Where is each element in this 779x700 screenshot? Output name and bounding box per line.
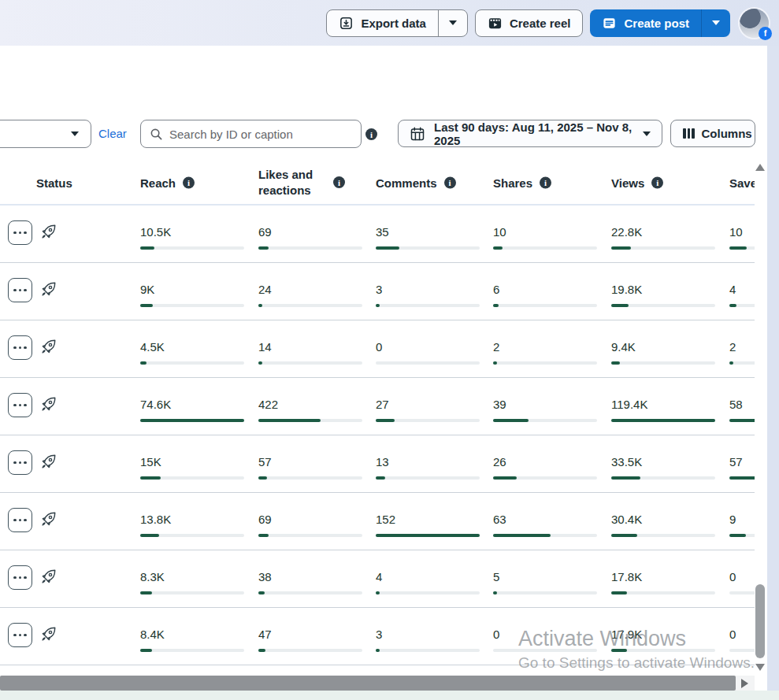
metric-value: 10	[493, 225, 597, 239]
boost-rocket-icon[interactable]	[39, 395, 57, 413]
metric-cell: 119.4K	[611, 398, 715, 422]
vertical-scroll-down-button[interactable]	[755, 664, 765, 671]
column-label: Views	[611, 176, 644, 189]
clear-filters-link[interactable]: Clear	[98, 127, 127, 140]
metric-cell: 26	[493, 455, 597, 480]
metric-value: 22.8K	[611, 225, 715, 239]
create-post-dropdown-toggle[interactable]	[701, 9, 730, 37]
vertical-scrollbar-thumb[interactable]	[755, 584, 765, 658]
row-actions-button[interactable]	[8, 450, 32, 475]
metric-cell: 30.4K	[611, 513, 715, 537]
column-header-reach[interactable]: Reachi	[140, 176, 195, 189]
filter-dropdown[interactable]	[0, 120, 91, 148]
row-actions-button[interactable]	[8, 565, 32, 590]
metric-value: 422	[258, 398, 362, 411]
export-data-dropdown-toggle[interactable]	[438, 10, 467, 36]
metric-bar-fill	[376, 591, 380, 594]
row-actions-button[interactable]	[8, 508, 32, 532]
metric-cell: 152	[376, 513, 480, 537]
column-label: Likes and reactions	[258, 167, 326, 198]
metric-bar-fill	[140, 591, 152, 594]
metric-value: 39	[493, 398, 597, 411]
metric-value: 35	[376, 225, 480, 239]
boost-rocket-icon[interactable]	[39, 510, 57, 528]
table-viewport: 10.5K69351022.8K10 9K243619.8K4	[0, 204, 755, 669]
column-info-icon[interactable]: i	[183, 176, 195, 188]
metric-value: 3	[376, 628, 480, 641]
search-icon	[150, 128, 163, 141]
metric-bar-fill	[729, 304, 736, 307]
create-post-button[interactable]: Create post	[590, 9, 701, 37]
metric-bar	[493, 591, 597, 594]
table-row: 15K57132633.5K57	[0, 435, 755, 493]
boost-rocket-icon[interactable]	[39, 338, 57, 356]
metric-bar	[376, 476, 480, 480]
metric-bar	[611, 591, 715, 594]
metric-bar	[140, 534, 244, 537]
metric-bar-fill	[729, 476, 755, 480]
search-info-icon[interactable]: i	[365, 128, 377, 140]
metric-cell: 9	[729, 513, 755, 537]
row-actions-button[interactable]	[8, 220, 32, 245]
table-row: 4.5K14029.4K2	[0, 320, 755, 378]
search-box	[140, 120, 362, 148]
metric-cell: 47	[258, 628, 362, 652]
row-actions-button[interactable]	[8, 335, 32, 360]
column-header-views[interactable]: Viewsi	[611, 176, 663, 189]
metric-cell: 422	[258, 398, 362, 422]
metric-value: 6	[493, 283, 597, 296]
metric-bar-fill	[493, 591, 497, 594]
horizontal-scrollbar-thumb[interactable]	[0, 676, 736, 691]
boost-rocket-icon[interactable]	[39, 453, 57, 471]
metric-cell: 4	[729, 283, 755, 307]
column-label: Comments	[376, 176, 437, 189]
boost-rocket-icon[interactable]	[39, 223, 57, 241]
metric-cell: 57	[258, 455, 362, 480]
row-actions-button[interactable]	[8, 623, 32, 647]
metric-bar-fill	[140, 246, 154, 250]
metric-cell: 10.5K	[140, 225, 244, 250]
export-data-button[interactable]: Export data	[327, 10, 438, 36]
metric-cell: 38	[258, 570, 362, 594]
column-header-likes-and-reactions[interactable]: Likes and reactionsi	[258, 167, 345, 198]
column-label: Shares	[493, 176, 532, 189]
columns-label: Columns	[702, 127, 752, 140]
column-label: Saves	[729, 176, 755, 189]
metric-bar	[611, 246, 715, 250]
column-header-comments[interactable]: Commentsi	[376, 176, 456, 189]
horizontal-scrollbar[interactable]	[0, 676, 755, 691]
metric-value: 152	[376, 513, 480, 526]
metric-value: 5	[493, 570, 597, 583]
column-info-icon[interactable]: i	[333, 176, 345, 188]
column-info-icon[interactable]: i	[444, 176, 456, 188]
column-info-icon[interactable]: i	[651, 176, 663, 188]
export-icon	[339, 16, 354, 31]
search-input[interactable]	[169, 128, 352, 141]
create-post-split-button: Create post	[590, 9, 730, 37]
metric-bar	[611, 476, 715, 480]
create-post-label: Create post	[624, 17, 689, 30]
boost-rocket-icon[interactable]	[39, 625, 57, 643]
column-header-shares[interactable]: Sharesi	[493, 176, 551, 189]
horizontal-scroll-right-button[interactable]	[741, 679, 748, 688]
create-reel-button[interactable]: Create reel	[475, 9, 584, 37]
vertical-scroll-up-button[interactable]	[755, 164, 765, 171]
boost-rocket-icon[interactable]	[39, 280, 57, 298]
metric-bar	[258, 419, 362, 422]
column-info-icon[interactable]: i	[540, 176, 551, 188]
metric-value: 2	[493, 340, 597, 354]
metric-bar-fill	[611, 591, 627, 594]
row-actions-button[interactable]	[8, 278, 32, 302]
metric-bar	[493, 419, 597, 422]
date-range-button[interactable]: Last 90 days: Aug 11, 2025 – Nov 8, 2025	[398, 120, 662, 147]
metric-value: 19.8K	[611, 283, 715, 296]
columns-button[interactable]: Columns	[670, 120, 755, 147]
metric-bar-fill	[611, 419, 715, 422]
row-actions-button[interactable]	[8, 393, 32, 417]
metric-bar-fill	[258, 591, 265, 594]
profile-avatar[interactable]: f	[740, 9, 769, 38]
boost-rocket-icon[interactable]	[39, 568, 57, 586]
metric-bar	[493, 246, 597, 250]
column-header-status[interactable]: Status	[36, 176, 72, 189]
column-header-saves[interactable]: Savesi	[729, 176, 755, 189]
